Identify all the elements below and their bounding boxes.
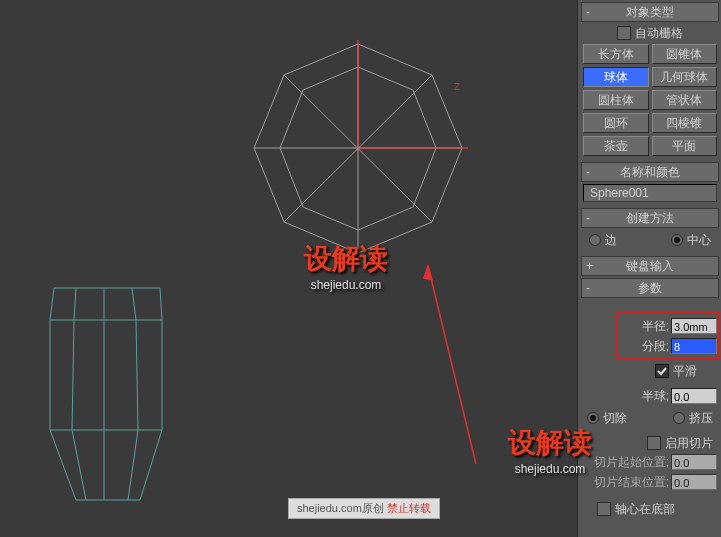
rollout-object-type-body: 自动栅格 长方体 圆锥体 球体 几何球体 圆柱体 管状体 圆环 四棱锥 茶壶 平… [579,22,721,160]
radius-label: 半径; [642,318,669,335]
smooth-label: 平滑 [673,363,697,380]
radio-center-label: 中心 [687,232,711,249]
svg-line-17 [128,430,138,500]
rollout-title: 键盘输入 [626,259,674,273]
collapse-icon: - [586,209,590,227]
command-panel: - 对象类型 自动栅格 长方体 圆锥体 球体 几何球体 圆柱体 管状体 圆环 四… [579,0,721,537]
rollout-name-color-body [579,182,721,206]
radio-edge-label: 边 [605,232,617,249]
radio-chop-label: 切除 [603,410,627,427]
slice-from-spinner[interactable]: 0.0 [671,454,717,470]
base-pivot-label: 轴心在底部 [615,501,675,518]
rollout-params-header[interactable]: - 参数 [581,278,719,298]
autogrid-label: 自动栅格 [635,25,683,42]
object-name-input[interactable] [583,184,717,202]
slice-to-label: 切片结束位置; [594,474,669,491]
btn-tube[interactable]: 管状体 [652,90,718,110]
btn-plane[interactable]: 平面 [652,136,718,156]
radius-spinner[interactable]: 3.0mm [671,318,717,334]
rollout-creation-body: 边 中心 [579,228,721,254]
btn-geosphere[interactable]: 几何球体 [652,67,718,87]
viewport[interactable]: z [0,0,579,537]
svg-line-13 [132,288,136,320]
btn-sphere[interactable]: 球体 [583,67,649,87]
btn-teapot[interactable]: 茶壶 [583,136,649,156]
segments-spinner[interactable]: 8 [671,338,717,354]
collapse-icon: - [586,3,590,21]
autogrid-checkbox[interactable] [617,26,631,40]
radio-center[interactable] [671,234,683,246]
hemi-label: 半球; [642,388,669,405]
btn-cone[interactable]: 圆锥体 [652,44,718,64]
rollout-params-body: 半径; 3.0mm 分段; 8 平滑 半球; 0.0 切除 挤压 [579,298,721,522]
watermark-footer: shejiedu.com原创 禁止转载 [288,498,440,519]
rollout-title: 创建方法 [626,211,674,225]
svg-line-9 [428,266,476,464]
svg-line-15 [136,320,138,430]
rollout-title: 参数 [638,281,662,295]
radio-chop[interactable] [587,412,599,424]
rollout-creation-header[interactable]: - 创建方法 [581,208,719,228]
segments-label: 分段; [642,338,669,355]
rollout-keyboard-header[interactable]: + 键盘输入 [581,256,719,276]
rollout-title: 对象类型 [626,5,674,19]
btn-torus[interactable]: 圆环 [583,113,649,133]
svg-line-11 [74,288,76,320]
svg-line-16 [72,430,86,500]
slice-from-label: 切片起始位置; [594,454,669,471]
svg-marker-10 [424,266,432,280]
expand-icon: + [586,257,593,275]
radio-squash[interactable] [673,412,685,424]
rollout-name-color-header[interactable]: - 名称和颜色 [581,162,719,182]
collapse-icon: - [586,279,590,297]
svg-line-14 [72,320,74,430]
radio-squash-label: 挤压 [689,410,713,427]
btn-cylinder[interactable]: 圆柱体 [583,90,649,110]
primitive-buttons: 长方体 圆锥体 球体 几何球体 圆柱体 管状体 圆环 四棱锥 茶壶 平面 [583,44,717,156]
rollout-title: 名称和颜色 [620,165,680,179]
viewport-wireframe: z [0,0,577,537]
rollout-object-type-header[interactable]: - 对象类型 [581,2,719,22]
slice-on-label: 启用切片 [665,435,713,452]
smooth-checkbox[interactable] [655,364,669,378]
radio-edge[interactable] [589,234,601,246]
svg-text:z: z [454,79,460,93]
base-pivot-checkbox[interactable] [597,502,611,516]
btn-box[interactable]: 长方体 [583,44,649,64]
slice-to-spinner[interactable]: 0.0 [671,474,717,490]
slice-on-checkbox[interactable] [647,436,661,450]
collapse-icon: - [586,163,590,181]
btn-pyramid[interactable]: 四棱锥 [652,113,718,133]
hemi-spinner[interactable]: 0.0 [671,388,717,404]
